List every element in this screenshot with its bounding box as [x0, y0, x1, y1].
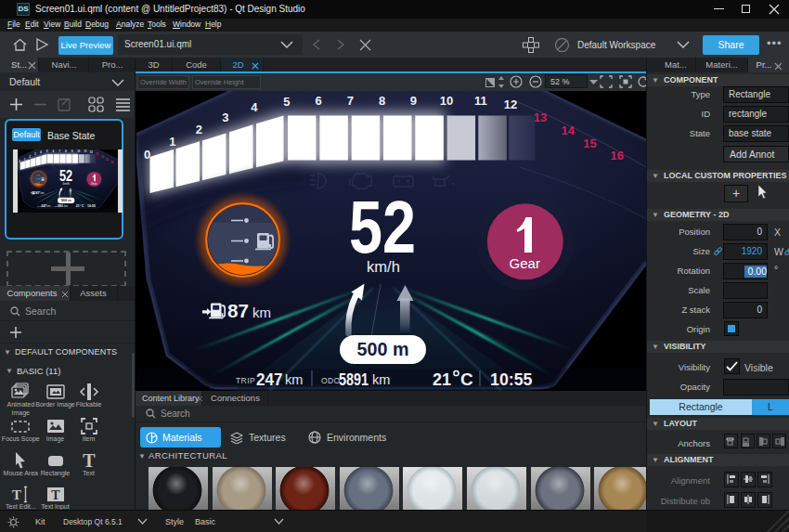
svg-text:7: 7: [347, 94, 354, 108]
svg-text:T: T: [12, 487, 21, 502]
svg-text:0: 0: [144, 148, 150, 162]
svg-text:km: km: [41, 191, 45, 195]
svg-text:87: 87: [227, 301, 249, 321]
svg-text:TRIP: TRIP: [236, 376, 255, 385]
svg-text:5: 5: [283, 95, 290, 109]
svg-text:3: 3: [222, 110, 228, 124]
svg-text:km: km: [372, 372, 390, 387]
svg-text:km/h: km/h: [63, 182, 70, 186]
svg-text:T: T: [83, 450, 96, 471]
svg-text:4: 4: [251, 100, 258, 114]
svg-text:10:55: 10:55: [490, 370, 533, 389]
svg-text:2: 2: [196, 123, 202, 136]
svg-text:5891: 5891: [339, 370, 369, 389]
svg-text:km: km: [285, 372, 303, 387]
svg-text:C: C: [460, 370, 473, 389]
svg-text:Gear: Gear: [91, 182, 97, 186]
svg-text:T: T: [51, 488, 60, 502]
svg-text:21: 21: [76, 204, 80, 208]
svg-text:C: C: [82, 204, 84, 208]
svg-text:52: 52: [59, 168, 72, 185]
svg-text:247: 247: [41, 204, 46, 208]
svg-text:11: 11: [474, 94, 487, 108]
svg-text:14: 14: [561, 123, 575, 137]
svg-text:1: 1: [169, 135, 175, 149]
svg-text:ODO: ODO: [321, 376, 341, 385]
svg-text:52: 52: [349, 187, 416, 267]
svg-text:10:55: 10:55: [87, 204, 96, 208]
svg-text:km: km: [252, 305, 271, 320]
svg-text:8: 8: [379, 94, 385, 108]
svg-text:16: 16: [610, 149, 623, 162]
svg-text:13: 13: [534, 110, 547, 124]
svg-text:10: 10: [440, 94, 453, 108]
svg-text:21: 21: [433, 370, 451, 389]
svg-text:15: 15: [583, 136, 596, 150]
svg-text:9: 9: [410, 94, 417, 108]
svg-text:500 m: 500 m: [357, 339, 409, 359]
svg-text:5891: 5891: [58, 204, 63, 208]
svg-text:500 m: 500 m: [61, 198, 72, 202]
svg-text:km: km: [46, 204, 50, 208]
svg-text:km/h: km/h: [367, 258, 400, 275]
svg-text:12: 12: [504, 97, 517, 111]
svg-text:Gear: Gear: [510, 255, 540, 271]
svg-text:247: 247: [256, 370, 283, 389]
svg-text:km: km: [64, 204, 68, 208]
svg-text:6: 6: [315, 94, 321, 108]
